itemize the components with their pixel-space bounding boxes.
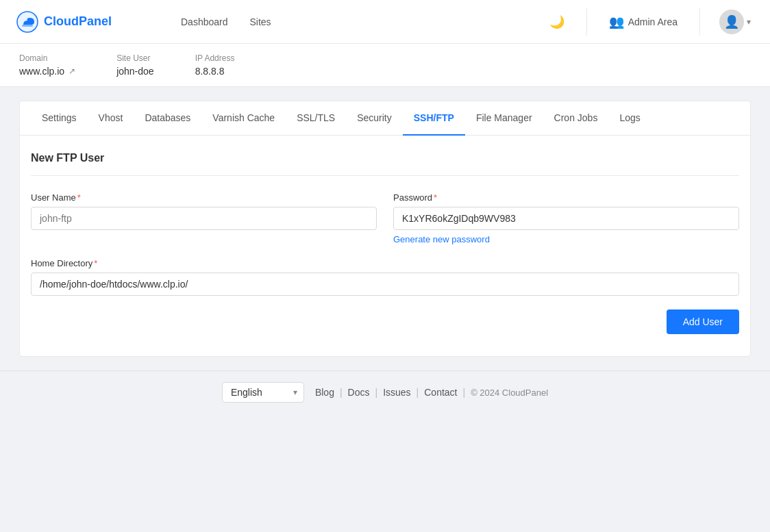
tabs-container: Settings Vhost Databases Varnish Cache S… (19, 101, 751, 357)
footer-divider-4: | (463, 387, 466, 398)
password-group: Password* Generate new password (393, 192, 739, 244)
form-actions: Add User (31, 309, 739, 340)
password-input[interactable] (393, 207, 739, 230)
language-select[interactable]: English Deutsch Français Español (222, 382, 304, 403)
new-ftp-user-form: New FTP User User Name* Password* Genera… (31, 152, 739, 340)
blog-link[interactable]: Blog (315, 387, 334, 398)
tab-logs[interactable]: Logs (608, 101, 651, 136)
tab-settings[interactable]: Settings (31, 101, 88, 136)
header-divider-2 (699, 8, 700, 36)
home-directory-row: Home Directory* (31, 258, 739, 296)
nav-dashboard[interactable]: Dashboard (181, 16, 228, 27)
tab-vhost[interactable]: Vhost (88, 101, 134, 136)
footer-divider-2: | (375, 387, 378, 398)
nav-sites[interactable]: Sites (250, 16, 271, 27)
admin-icon: 👥 (609, 14, 624, 29)
docs-link[interactable]: Docs (348, 387, 370, 398)
home-directory-input[interactable] (31, 273, 739, 296)
avatar-chevron-icon: ▾ (747, 17, 751, 27)
admin-area-button[interactable]: 👥 Admin Area (604, 12, 683, 32)
avatar: 👤 (719, 10, 744, 34)
svg-rect-1 (22, 25, 33, 27)
tab-varnish-cache[interactable]: Varnish Cache (201, 101, 286, 136)
tab-security[interactable]: Security (346, 101, 403, 136)
tab-file-manager[interactable]: File Manager (465, 101, 543, 136)
logo-text: CloudPanel (44, 14, 112, 29)
home-directory-group: Home Directory* (31, 258, 739, 296)
home-directory-label: Home Directory* (31, 258, 739, 268)
username-password-row: User Name* Password* Generate new passwo… (31, 192, 739, 244)
site-user-label: Site User (116, 53, 154, 63)
main-nav: Dashboard Sites (167, 16, 544, 27)
tabs-nav: Settings Vhost Databases Varnish Cache S… (20, 101, 750, 136)
username-label: User Name* (31, 192, 377, 203)
add-user-button[interactable]: Add User (667, 309, 739, 334)
domain-label: Domain (19, 53, 75, 63)
logo[interactable]: CloudPanel (16, 11, 167, 33)
site-user-meta: Site User john-doe (116, 53, 154, 77)
tab-ssl-tls[interactable]: SSL/TLS (286, 101, 346, 136)
ip-address-label: IP Address (195, 53, 235, 63)
footer: English Deutsch Français Español ▾ Blog … (0, 370, 770, 414)
form-title: New FTP User (31, 152, 739, 176)
footer-links: Blog | Docs | Issues | Contact | © 2024 … (315, 387, 548, 398)
issues-link[interactable]: Issues (383, 387, 410, 398)
user-icon: 👤 (724, 14, 739, 29)
footer-divider-1: | (340, 387, 343, 398)
generate-password-link[interactable]: Generate new password (393, 234, 739, 244)
username-input[interactable] (31, 207, 377, 230)
tab-ssh-ftp[interactable]: SSH/FTP (403, 101, 465, 136)
site-user-value: john-doe (116, 66, 154, 77)
ip-address-meta: IP Address 8.8.8.8 (195, 53, 235, 77)
dark-mode-toggle[interactable]: 🌙 (544, 12, 570, 32)
domain-meta: Domain www.clp.io ↗ (19, 53, 75, 77)
external-link-icon[interactable]: ↗ (69, 66, 75, 76)
meta-bar: Domain www.clp.io ↗ Site User john-doe I… (0, 44, 770, 87)
language-selector-wrap: English Deutsch Français Español ▾ (222, 382, 304, 403)
admin-area-label: Admin Area (628, 16, 678, 27)
username-group: User Name* (31, 192, 377, 244)
header-divider (586, 8, 587, 36)
ip-address-value: 8.8.8.8 (195, 66, 225, 77)
user-avatar-button[interactable]: 👤 ▾ (717, 7, 754, 37)
tab-databases[interactable]: Databases (134, 101, 201, 136)
moon-icon: 🌙 (549, 15, 564, 29)
copyright-text: © 2024 CloudPanel (471, 388, 548, 398)
tab-cron-jobs[interactable]: Cron Jobs (543, 101, 609, 136)
domain-value: www.clp.io (19, 66, 64, 77)
contact-link[interactable]: Contact (424, 387, 457, 398)
footer-divider-3: | (417, 387, 419, 398)
password-label: Password* (393, 192, 739, 203)
